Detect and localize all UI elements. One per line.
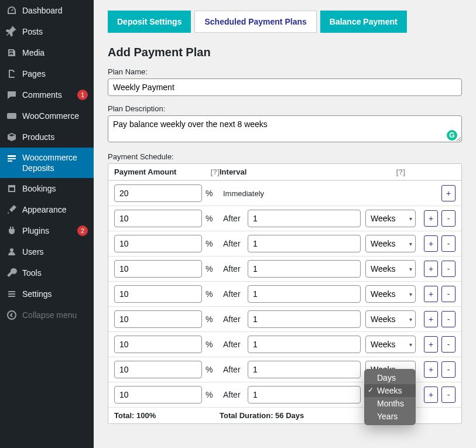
sidebar-label: Products: [22, 132, 88, 142]
sidebar-label: Posts: [22, 26, 88, 37]
plan-description-label: Plan Description:: [108, 104, 462, 113]
dropdown-option[interactable]: Years: [364, 410, 416, 423]
help-icon[interactable]: [?]: [211, 168, 220, 176]
sidebar-item-media[interactable]: Media: [0, 42, 94, 63]
help-icon[interactable]: [?]: [396, 168, 405, 176]
sidebar-label: Media: [22, 47, 88, 58]
after-label: After: [223, 390, 243, 399]
interval-input[interactable]: [248, 310, 361, 328]
sidebar-item-dashboard[interactable]: Dashboard: [0, 0, 94, 21]
deposits-icon: [6, 152, 18, 164]
sidebar-item-comments[interactable]: Comments 1: [0, 84, 94, 105]
interval-input[interactable]: [248, 260, 361, 278]
sidebar-item-bookings[interactable]: Bookings: [0, 178, 94, 199]
sidebar-label: Users: [22, 247, 88, 257]
interval-input[interactable]: [248, 210, 361, 227]
unit-select[interactable]: [365, 235, 416, 252]
unit-select[interactable]: [365, 210, 416, 227]
plan-description-input[interactable]: [108, 115, 462, 142]
amount-input[interactable]: [114, 210, 202, 227]
sidebar-item-appearance[interactable]: Appearance: [0, 199, 94, 220]
tab-deposit-settings[interactable]: Deposit Settings: [108, 11, 191, 33]
remove-row-button[interactable]: -: [441, 286, 456, 302]
payment-schedule-label: Payment Schedule:: [108, 152, 462, 161]
main-content: Deposit Settings Scheduled Payment Plans…: [94, 0, 476, 448]
notification-badge: 1: [77, 90, 88, 100]
amount-input[interactable]: [114, 235, 202, 252]
add-row-button[interactable]: +: [424, 286, 438, 302]
page-icon: [6, 68, 18, 80]
grammarly-icon[interactable]: G: [447, 130, 457, 141]
sidebar-item-tools[interactable]: Tools: [0, 262, 94, 283]
unit-dropdown[interactable]: DaysWeeksMonthsYears: [364, 369, 416, 425]
add-row-button[interactable]: +: [424, 235, 438, 252]
tab-scheduled-payment-plans[interactable]: Scheduled Payment Plans: [194, 11, 316, 33]
admin-sidebar: Dashboard Posts Media Pages Comments 1 W…: [0, 0, 94, 448]
sidebar-item-users[interactable]: Users: [0, 241, 94, 262]
percent-sign: %: [206, 214, 213, 223]
sidebar-label: WooCommerce: [22, 111, 88, 121]
amount-input[interactable]: [114, 310, 202, 328]
dropdown-option[interactable]: Days: [364, 371, 416, 384]
settings-icon: [6, 288, 18, 300]
amount-input[interactable]: [114, 285, 202, 303]
after-label: After: [223, 289, 243, 299]
interval-input[interactable]: [248, 386, 361, 403]
remove-row-button[interactable]: -: [441, 261, 456, 277]
after-label: After: [223, 264, 243, 273]
sidebar-item-plugins[interactable]: Plugins 2: [0, 220, 94, 241]
remove-row-button[interactable]: -: [441, 311, 456, 327]
sidebar-item-settings[interactable]: Settings: [0, 283, 94, 305]
sidebar-label: Pages: [22, 69, 88, 79]
amount-input[interactable]: [114, 184, 202, 202]
add-row-button[interactable]: +: [424, 361, 438, 378]
amount-input[interactable]: [114, 336, 202, 353]
interval-input[interactable]: [248, 336, 361, 353]
plan-name-input[interactable]: [108, 78, 462, 96]
add-row-button[interactable]: +: [441, 185, 456, 201]
total-percent: Total: 100%: [114, 411, 220, 420]
immediately-label: Immediately: [223, 189, 264, 198]
interval-input[interactable]: [248, 361, 361, 378]
unit-select[interactable]: [365, 260, 416, 278]
percent-sign: %: [206, 239, 213, 248]
sidebar-item-woocommerce-deposits[interactable]: Woocommerce Deposits: [0, 148, 94, 178]
schedule-row: %After▾+-: [108, 256, 461, 281]
sidebar-item-pages[interactable]: Pages: [0, 63, 94, 84]
remove-row-button[interactable]: -: [441, 361, 456, 378]
remove-row-button[interactable]: -: [441, 336, 456, 353]
dropdown-option[interactable]: Weeks: [364, 384, 416, 397]
remove-row-button[interactable]: -: [441, 387, 456, 403]
percent-sign: %: [206, 289, 213, 299]
unit-select[interactable]: [365, 310, 416, 328]
amount-input[interactable]: [114, 260, 202, 278]
remove-row-button[interactable]: -: [441, 235, 456, 252]
amount-input[interactable]: [114, 361, 202, 378]
collapse-icon: [6, 309, 18, 321]
add-row-button[interactable]: +: [424, 261, 438, 277]
add-row-button[interactable]: +: [424, 387, 438, 403]
add-row-button[interactable]: +: [424, 311, 438, 327]
dropdown-option[interactable]: Months: [364, 397, 416, 410]
sidebar-label: Plugins: [22, 225, 70, 236]
unit-select[interactable]: [365, 285, 416, 303]
add-row-button[interactable]: +: [424, 336, 438, 353]
page-title: Add Payment Plan: [108, 46, 462, 59]
interval-input[interactable]: [248, 235, 361, 252]
schedule-row: %After▾+-: [108, 206, 461, 231]
tab-balance-payment[interactable]: Balance Payment: [320, 11, 407, 33]
interval-input[interactable]: [248, 285, 361, 303]
remove-row-button[interactable]: -: [441, 210, 456, 227]
sidebar-item-products[interactable]: Products: [0, 126, 94, 148]
plan-name-label: Plan Name:: [108, 67, 462, 76]
plugin-icon: [6, 225, 18, 237]
amount-input[interactable]: [114, 386, 202, 403]
unit-select[interactable]: [365, 336, 416, 353]
sidebar-item-posts[interactable]: Posts: [0, 21, 94, 42]
sidebar-label: Settings: [22, 289, 88, 299]
sidebar-item-woocommerce[interactable]: WooCommerce: [0, 105, 94, 126]
schedule-row: %After▾+-: [108, 231, 461, 256]
sidebar-collapse[interactable]: Collapse menu: [0, 305, 94, 326]
svg-rect-0: [7, 113, 16, 119]
add-row-button[interactable]: +: [424, 210, 438, 227]
